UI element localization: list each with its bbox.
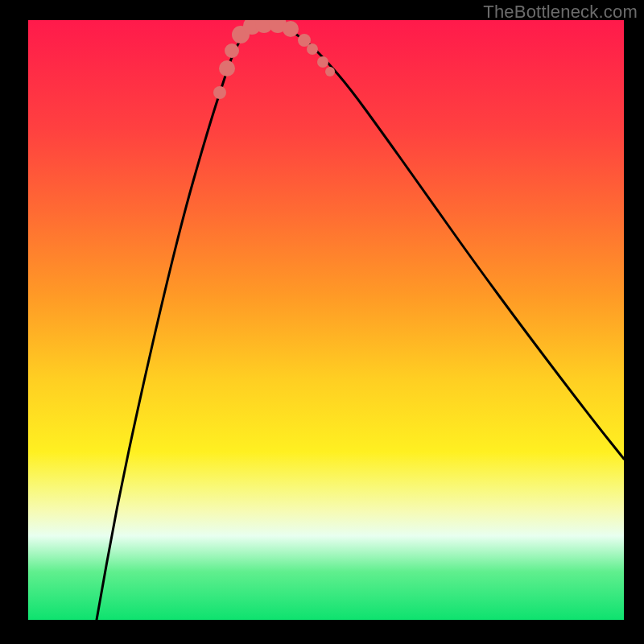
plot-area [28,20,624,620]
bottleneck-curve-svg [28,20,624,620]
curve-marker [317,56,328,68]
curve-marker [213,86,226,99]
chart-frame: TheBottleneck.com [0,0,644,644]
curve-marker [219,60,235,76]
curve-marker [283,21,299,37]
curve-group [97,24,624,620]
curve-marker [307,43,318,55]
bottleneck-curve [97,24,624,620]
curve-marker [325,67,335,76]
curve-marker [225,43,239,58]
